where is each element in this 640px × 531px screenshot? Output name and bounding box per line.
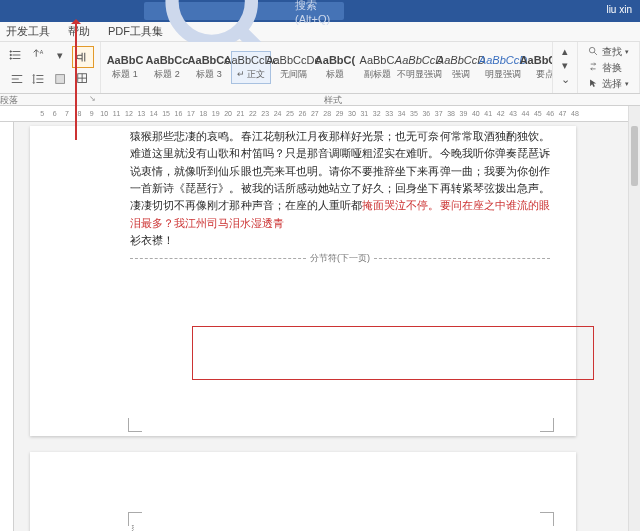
style-item-7[interactable]: AaBbCcD不明显强调 xyxy=(399,51,439,84)
style-preview: AaBbC( xyxy=(315,54,355,66)
style-sub: 无间隔 xyxy=(280,68,307,81)
ruler-tick: 44 xyxy=(519,110,531,117)
find-label: 查找 xyxy=(602,45,622,59)
style-item-10[interactable]: AaBbCcD要点 xyxy=(525,51,553,84)
ruler-tick: 45 xyxy=(532,110,544,117)
margin-corner-bl xyxy=(128,418,142,432)
style-item-2[interactable]: AaBbCc标题 3 xyxy=(189,51,229,84)
ruler-tick: 39 xyxy=(457,110,469,117)
chevron-down-icon[interactable]: ▾ xyxy=(50,46,70,64)
ruler-tick: 25 xyxy=(284,110,296,117)
ruler-tick: 23 xyxy=(259,110,271,117)
gallery-up-button[interactable]: ▴ xyxy=(555,44,575,58)
ribbon: A ▾ AaBbC标题 1AaBbCc标题 2AaBbCc标题 3AaBbCcD… xyxy=(0,42,640,94)
style-sub: 标题 3 xyxy=(196,68,222,81)
ruler-tick: 21 xyxy=(234,110,246,117)
ruler-tick: 38 xyxy=(445,110,457,117)
annotation-redbox xyxy=(192,326,594,380)
ruler-tick: 31 xyxy=(358,110,370,117)
replace-button[interactable]: 替换 xyxy=(588,61,629,75)
style-item-1[interactable]: AaBbCc标题 2 xyxy=(147,51,187,84)
svg-text:A: A xyxy=(40,49,44,55)
cursor-icon xyxy=(588,78,599,89)
ruler-tick: 33 xyxy=(383,110,395,117)
style-item-4[interactable]: AaBbCcDc无间隔 xyxy=(273,51,313,84)
select-label: 选择 xyxy=(602,77,622,91)
vertical-ruler[interactable] xyxy=(0,122,14,531)
ruler-tick: 34 xyxy=(395,110,407,117)
style-preview: AaBbCcDc xyxy=(266,54,320,66)
ruler-tick: 15 xyxy=(160,110,172,117)
style-item-5[interactable]: AaBbC(标题 xyxy=(315,51,355,84)
styles-gallery: AaBbC标题 1AaBbCc标题 2AaBbCc标题 3AaBbCcDc↵ 正… xyxy=(101,42,553,93)
align-left-button[interactable] xyxy=(7,70,27,88)
bullet-list-button[interactable] xyxy=(6,46,26,64)
style-item-3[interactable]: AaBbCcDc↵ 正文 xyxy=(231,51,271,84)
ruler-tick: 10 xyxy=(98,110,110,117)
tab-help[interactable]: 帮助 xyxy=(66,22,92,41)
style-sub: 强调 xyxy=(452,68,470,81)
ruler-tick: 48 xyxy=(569,110,581,117)
ruler-tick: 14 xyxy=(148,110,160,117)
ruler-tick: 6 xyxy=(48,110,60,117)
search-box[interactable]: 搜索(Alt+Q) xyxy=(144,2,344,20)
style-preview: AaBbC xyxy=(360,54,395,66)
page-2[interactable]: ⸾ xyxy=(30,452,576,531)
ruler-tick: 13 xyxy=(135,110,147,117)
svg-point-7 xyxy=(10,58,11,59)
user-name[interactable]: liu xin xyxy=(606,4,632,15)
vertical-scrollbar[interactable] xyxy=(628,106,640,531)
ruler-tick: 17 xyxy=(185,110,197,117)
ruler-tick: 28 xyxy=(321,110,333,117)
margin-corner-tr xyxy=(540,512,554,526)
find-button[interactable]: 查找▾ xyxy=(588,45,629,59)
ruler-tick: 32 xyxy=(371,110,383,117)
style-item-8[interactable]: AaBbCcD强调 xyxy=(441,51,481,84)
ruler-tick: 22 xyxy=(247,110,259,117)
sort-button[interactable]: A xyxy=(28,46,48,64)
svg-point-6 xyxy=(10,54,11,55)
ruler-tick: 11 xyxy=(110,110,122,117)
style-item-9[interactable]: AaBbCcD明显强调 xyxy=(483,51,523,84)
styles-caption: 样式 xyxy=(96,94,570,105)
ruler-tick: 5 xyxy=(36,110,48,117)
style-item-0[interactable]: AaBbC标题 1 xyxy=(105,51,145,84)
style-preview: AaBbCc xyxy=(146,54,189,66)
horizontal-ruler[interactable]: 5678910111213141516171819202122232425262… xyxy=(0,106,640,122)
ruler-tick: 7 xyxy=(61,110,73,117)
style-sub: ↵ 正文 xyxy=(237,68,266,81)
section-break: 分节符(下一页) xyxy=(130,252,550,266)
line-spacing-button[interactable] xyxy=(29,70,49,88)
style-sub: 标题 1 xyxy=(112,68,138,81)
ruler-tick: 26 xyxy=(296,110,308,117)
page-1[interactable]: 猿猴那些悲凄的哀鸣。春江花朝秋江月夜那样好光景；也无可奈何常常取酒独酌独饮。难道… xyxy=(30,126,576,436)
ruler-tick: 35 xyxy=(408,110,420,117)
svg-point-19 xyxy=(589,47,595,53)
search-placeholder: 搜索(Alt+Q) xyxy=(295,0,338,25)
style-sub: 副标题 xyxy=(364,68,391,81)
svg-point-5 xyxy=(10,51,11,52)
ruler-tick: 27 xyxy=(309,110,321,117)
style-item-6[interactable]: AaBbC副标题 xyxy=(357,51,397,84)
margin-corner-br xyxy=(540,418,554,432)
ruler-tick: 20 xyxy=(222,110,234,117)
style-sub: 要点 xyxy=(536,68,553,81)
select-button[interactable]: 选择▾ xyxy=(588,77,629,91)
gallery-more-button[interactable]: ⌄ xyxy=(555,72,575,86)
ribbon-captions: 段落 ↘ 样式 xyxy=(0,94,640,106)
svg-point-0 xyxy=(172,0,251,42)
body-span-2: 衫衣襟！ xyxy=(130,234,174,246)
style-preview: AaBbCcD xyxy=(520,54,553,66)
ruler-tick: 37 xyxy=(433,110,445,117)
svg-rect-15 xyxy=(56,75,65,84)
document-canvas: 5678910111213141516171819202122232425262… xyxy=(0,106,640,531)
gallery-down-button[interactable]: ▾ xyxy=(555,58,575,72)
ruler-tick: 41 xyxy=(482,110,494,117)
document-body[interactable]: 猿猴那些悲凄的哀鸣。春江花朝秋江月夜那样好光景；也无可奈何常常取酒独酌独饮。难道… xyxy=(130,128,550,265)
ruler-tick: 9 xyxy=(86,110,98,117)
scrollbar-thumb[interactable] xyxy=(631,126,638,186)
tab-dev-tools[interactable]: 开发工具 xyxy=(4,22,52,41)
search-icon xyxy=(588,46,599,57)
style-sub: 标题 2 xyxy=(154,68,180,81)
shading-button[interactable] xyxy=(51,70,71,88)
